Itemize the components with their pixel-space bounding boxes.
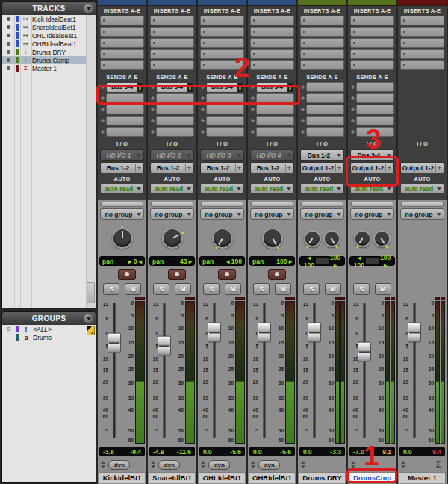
pan-knob[interactable]: [354, 230, 371, 247]
insert-slot[interactable]: [250, 49, 294, 59]
sidebar-track-item[interactable]: ↦ OHL IdealBeat1: [2, 31, 96, 40]
output-selector[interactable]: Bus 1-2 +: [200, 162, 244, 173]
send-slots[interactable]: Bus 3-4: [198, 82, 246, 139]
insert-slot[interactable]: [200, 16, 244, 25]
input-selector[interactable]: Bus 3-4: [350, 149, 394, 161]
clip-indicator[interactable]: [235, 297, 245, 300]
insert-slots[interactable]: [198, 16, 246, 72]
insert-slot[interactable]: [300, 38, 344, 48]
groups-menu-icon[interactable]: [84, 314, 93, 323]
insert-slot[interactable]: [300, 49, 344, 59]
volume-display[interactable]: 0.0 9.4: [399, 447, 445, 456]
solo-button[interactable]: S: [103, 283, 119, 295]
pan-knob[interactable]: [212, 228, 233, 249]
insert-slots[interactable]: [148, 16, 196, 72]
pan-knob[interactable]: [323, 230, 340, 247]
track-nameplate[interactable]: DrumsCmp: [349, 472, 396, 483]
send-slot[interactable]: [300, 93, 344, 103]
fader-cap[interactable]: [358, 342, 371, 362]
sidebar-track-item[interactable]: ↦ Kick IdealBeat1: [2, 15, 96, 23]
volume-display[interactable]: -4.9 -11.6: [149, 447, 195, 456]
insert-slots[interactable]: [98, 16, 146, 72]
clip-indicator[interactable]: [335, 297, 345, 300]
insert-slot[interactable]: [350, 49, 394, 59]
track-nameplate[interactable]: Drums DRY: [299, 472, 346, 483]
clip-indicator[interactable]: [135, 297, 145, 300]
track-nameplate[interactable]: SnareIdlBt1: [149, 472, 196, 483]
insert-slot[interactable]: [250, 27, 294, 37]
clip-indicator[interactable]: [435, 297, 445, 300]
send-slot[interactable]: [300, 82, 344, 92]
send-slots[interactable]: [298, 82, 346, 139]
send-slot[interactable]: [200, 127, 244, 137]
output-selector[interactable]: Bus 1-2 +: [150, 162, 194, 173]
insert-slot[interactable]: [400, 16, 444, 25]
send-slot[interactable]: [100, 105, 144, 114]
send-slot[interactable]: [250, 116, 294, 125]
send-slot[interactable]: [300, 116, 344, 125]
voice-selector[interactable]: [201, 461, 205, 468]
mute-button[interactable]: M: [225, 283, 241, 295]
automation-mode-selector[interactable]: auto read: [100, 184, 144, 194]
send-slot[interactable]: [200, 93, 244, 103]
group-active-marker[interactable]: [7, 327, 10, 331]
send-slots[interactable]: [348, 82, 396, 139]
insert-slot[interactable]: [200, 38, 244, 48]
track-show-dot[interactable]: [7, 50, 10, 54]
output-window-icon[interactable]: +: [235, 164, 243, 172]
group-selector[interactable]: no group: [100, 208, 144, 220]
output-selector[interactable]: Output 1-2 +: [350, 162, 394, 173]
insert-slot[interactable]: [350, 16, 394, 25]
group-selector[interactable]: no group: [200, 208, 244, 220]
send-slots[interactable]: Bus 3-4: [248, 82, 296, 139]
volume-display[interactable]: 0.0 -5.6: [249, 447, 295, 456]
output-selector[interactable]: Output 1-2 +: [300, 162, 344, 173]
track-show-dot[interactable]: [7, 17, 10, 21]
insert-slot[interactable]: [250, 38, 294, 48]
group-selector[interactable]: no group: [400, 208, 444, 220]
input-selector[interactable]: HD I/O 4: [250, 149, 294, 161]
send-slot[interactable]: [350, 82, 394, 92]
insert-slot[interactable]: [250, 16, 294, 25]
insert-slot[interactable]: [200, 60, 244, 70]
send-bus-button[interactable]: Bus 3-4: [106, 82, 144, 93]
send-slot[interactable]: [200, 116, 244, 125]
mute-button[interactable]: M: [125, 283, 141, 295]
insert-slot[interactable]: [400, 60, 444, 70]
playlist-icon[interactable]: [134, 462, 143, 468]
solo-button[interactable]: S: [203, 283, 220, 295]
send-slot[interactable]: [300, 105, 344, 114]
send-slot[interactable]: [300, 127, 344, 137]
group-selector[interactable]: no group: [250, 208, 294, 220]
clip-indicator[interactable]: [385, 297, 395, 300]
fader-cap[interactable]: [408, 323, 421, 343]
pan-knob[interactable]: [304, 230, 321, 247]
insert-slot[interactable]: [150, 60, 194, 70]
automation-mode-selector[interactable]: auto read: [150, 184, 194, 194]
output-window-icon[interactable]: +: [335, 164, 343, 172]
track-show-dot[interactable]: [7, 42, 10, 46]
send-slot[interactable]: [250, 127, 294, 137]
insert-slot[interactable]: [400, 49, 444, 59]
automation-mode-selector[interactable]: auto read: [200, 184, 244, 194]
insert-slots[interactable]: [248, 16, 296, 72]
track-show-dot[interactable]: [7, 34, 10, 37]
insert-slot[interactable]: [150, 38, 194, 48]
elastic-audio-button[interactable]: dyn: [158, 460, 180, 470]
output-selector[interactable]: Output 1-2 +: [400, 162, 444, 173]
insert-slot[interactable]: [400, 27, 444, 37]
elastic-audio-button[interactable]: dyn: [258, 460, 280, 470]
sidebar-group-item[interactable]: ! <ALL>: [2, 325, 96, 333]
insert-slot[interactable]: [100, 27, 144, 37]
automation-mode-selector[interactable]: auto read: [300, 184, 344, 194]
record-enable-button[interactable]: [118, 269, 136, 280]
insert-slot[interactable]: [250, 60, 294, 70]
playlist-icon[interactable]: [184, 462, 193, 468]
insert-slot[interactable]: [350, 60, 394, 70]
send-slot[interactable]: [100, 93, 144, 103]
send-slots[interactable]: Bus 3-4: [98, 82, 146, 139]
send-slot[interactable]: [150, 127, 194, 137]
insert-slot[interactable]: [150, 49, 194, 59]
track-nameplate[interactable]: KickIdelBt1: [99, 472, 146, 483]
mute-button[interactable]: M: [275, 283, 291, 295]
